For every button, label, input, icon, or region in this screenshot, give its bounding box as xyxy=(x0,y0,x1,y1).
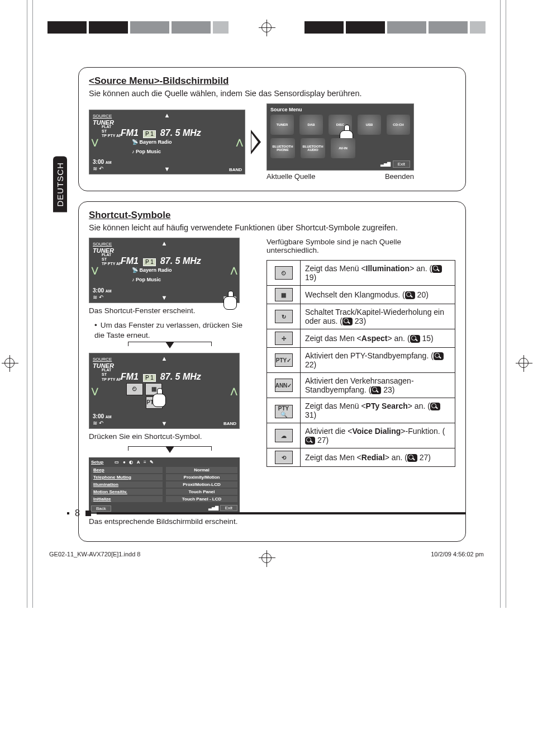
shortcut-heading: Shortcut-Symbole xyxy=(89,210,455,221)
shortcut-description: Wechselt den Klangmodus. ( 20) xyxy=(301,286,455,304)
fm-band: FM1 xyxy=(121,256,139,266)
table-row: ANN✓Aktiviert den Verkehrsansagen-Standb… xyxy=(267,373,455,398)
table-row: ▦Wechselt den Klangmodus. ( 20) xyxy=(267,286,455,304)
shortcut-right-intro: Verfügbare Symbole sind je nach Quelle u… xyxy=(266,238,455,254)
source-label: SOURCE xyxy=(93,114,112,119)
shortcut-description: Zeigt das Menü <PTy Search> an. ( 31) xyxy=(301,398,455,423)
clock: 3:00 AM xyxy=(93,287,236,294)
page-ref-icon xyxy=(434,352,444,360)
source-item-usb: USB xyxy=(358,115,381,135)
up-arrow-icon: ▲ xyxy=(164,112,170,119)
setup-left-item: Beep xyxy=(91,467,163,473)
left-arrow-icon: ⋁ xyxy=(92,386,98,396)
page-ref-icon xyxy=(371,386,381,394)
aspect-icon: ✢ xyxy=(275,332,293,345)
setup-left-item: Telephone Muting xyxy=(91,474,163,480)
right-arrow-icon: ⋀ xyxy=(231,266,237,275)
source-menu-heading: <Source Menu>-Bildschirmbild xyxy=(89,75,455,87)
source-menu-panel: <Source Menu>-Bildschirmbild Sie können … xyxy=(78,67,466,191)
music-type: ♪ Pop Music xyxy=(132,149,241,155)
touch-hand-icon xyxy=(222,291,238,311)
shortcut-icon-illum: ⏲ xyxy=(126,383,143,395)
shortcut-description: Zeigt das Men <Redial> an. ( 27) xyxy=(301,448,455,467)
preset-badge: P 1 xyxy=(143,130,156,138)
source-menu-intro: Sie können auch die Quelle wählen, indem… xyxy=(89,89,455,98)
up-arrow-icon: ▲ xyxy=(161,240,168,247)
eq-icon: ≋ ↶ xyxy=(93,294,236,301)
setup-left-item: Illumination xyxy=(91,481,163,488)
caption-current-source: Aktuelle Quelle xyxy=(266,172,315,181)
shortcut-description: Zeigt das Men <Aspect> an. ( 15) xyxy=(301,329,455,348)
setup-display: Setup ▭ ● ◐ A ≡ ✎ BeepNormalTelephone Mu… xyxy=(89,457,240,514)
pty-icon: PTY✓ xyxy=(275,353,293,367)
clock: 3:00 AM xyxy=(93,159,241,166)
source-menu-display-wrap: Source Menu TUNERDABDISCUSBCD-CH BLUETOO… xyxy=(266,103,414,181)
source-item-cd-ch: CD-CH xyxy=(387,115,410,135)
setup-right-item: Proxi/Motion-LCD xyxy=(166,481,237,488)
page-ref-icon xyxy=(342,318,353,325)
flow-arrow-down-icon xyxy=(128,446,212,454)
table-row: ⏲Zeigt das Menü <Illumination> an. ( 19) xyxy=(267,261,455,286)
setup-right-item: Touch Panel xyxy=(166,489,237,495)
touch-hand-icon xyxy=(151,388,167,408)
page-ref-icon xyxy=(430,403,440,410)
table-row: PTY✓Aktiviert den PTY-Standbyempfang. ( … xyxy=(267,348,455,373)
band-button: BAND xyxy=(223,421,236,427)
left-arrow-icon: ⋁ xyxy=(92,138,98,147)
shortcut-description: Zeigt das Menü <Illumination> an. ( 19) xyxy=(301,261,455,286)
voice-icon: ☁ xyxy=(275,429,293,442)
source-item-av-in: AV-IN xyxy=(331,138,355,158)
redial-icon: ⟲ xyxy=(275,451,293,464)
up-arrow-icon: ▲ xyxy=(161,355,168,362)
illum-icon: ⏲ xyxy=(275,266,293,280)
frequency: 87. 5 MHz xyxy=(160,127,201,138)
caption-step1-bullet: Um das Fenster zu verlassen, drücken Sie… xyxy=(89,320,251,341)
ptys-icon: PTY🔍 xyxy=(275,405,293,418)
shortcut-symbols-table: ⏲Zeigt das Menü <Illumination> an. ( 19)… xyxy=(266,260,455,467)
setup-left-item: Motion Sensitiv. xyxy=(91,489,163,495)
shortcut-description: Aktiviert den Verkehrsansagen-Standbyemp… xyxy=(301,373,455,398)
repeat-icon: ↻ xyxy=(275,310,293,323)
table-row: ⟲Zeigt das Men <Redial> an. ( 27) xyxy=(267,448,455,467)
setup-title: Setup xyxy=(91,460,103,465)
preset-badge: P 1 xyxy=(143,258,156,266)
station-name: 📡 Bayern Radio xyxy=(132,267,236,273)
page-ref-icon xyxy=(305,437,315,445)
down-arrow-icon: ▼ xyxy=(161,420,168,427)
signal-bars-icon: ▃▅▇ xyxy=(380,162,391,167)
footer-file: GE02-11_KW-AVX720[E]1.indd 8 xyxy=(49,551,140,557)
shortcut-icon-eq: ▦ xyxy=(145,383,162,395)
caption-exit: Beenden xyxy=(385,172,414,181)
shortcut-panel: Shortcut-Symbole Sie können leicht auf h… xyxy=(78,201,466,542)
fm-band: FM1 xyxy=(121,127,139,138)
table-row: ↻Schaltet Track/Kapitel-Wiederholung ein… xyxy=(267,304,455,329)
table-row: PTY🔍Zeigt das Menü <PTy Search> an. ( 31… xyxy=(267,398,455,423)
source-item-bluetooth-phone: BLUETOOTH PHONE xyxy=(270,138,295,158)
page-ref-icon xyxy=(410,335,420,343)
setup-right-item: Touch Panel - LCD xyxy=(166,496,237,502)
tuner-display-step1: ▲ ▼ ⋁ ⋀ BAND SOURCE TUNER FM1 P 1 87. 5 … xyxy=(89,238,240,303)
fm-band: FM1 xyxy=(121,371,139,382)
page-number: 8 xyxy=(75,508,80,518)
table-row: ✢Zeigt das Men <Aspect> an. ( 15) xyxy=(267,329,455,348)
left-arrow-icon: ⋁ xyxy=(92,266,98,275)
band-button: BAND xyxy=(229,167,242,173)
tuner-display-step2: ▲ ▼ ⋁ ⋀ BAND SOURCE TUNER FM1 P 1 87. 5 … xyxy=(89,353,240,428)
status-column: FLATSTTP PTY AF xyxy=(102,253,121,266)
page-ref-icon xyxy=(405,291,415,299)
source-item-disc: DISC xyxy=(329,115,352,135)
frequency: 87. 5 MHz xyxy=(160,256,201,266)
footer-timestamp: 10/2/09 4:56:02 pm xyxy=(431,551,484,557)
page-number-bar: 8 xyxy=(67,508,466,518)
music-type: ♪ Pop Music xyxy=(132,277,236,283)
ann-icon: ANN✓ xyxy=(275,379,293,392)
page-ref-icon xyxy=(407,454,417,462)
tuner-display: ▲ ▼ ⋁ ⋀ BAND SOURCE TUNER FM1 P 1 87. 5 … xyxy=(89,110,245,175)
shortcut-description: Aktiviert die <Voice Dialing>-Funktion. … xyxy=(301,423,455,448)
table-row: ☁Aktiviert die <Voice Dialing>-Funktion.… xyxy=(267,423,455,448)
right-arrow-icon: ⋀ xyxy=(231,386,237,396)
right-arrow-icon: ⋀ xyxy=(236,138,242,147)
source-item-dab: DAB xyxy=(299,115,323,135)
source-label: SOURCE xyxy=(93,357,112,362)
down-arrow-icon: ▼ xyxy=(164,166,170,173)
